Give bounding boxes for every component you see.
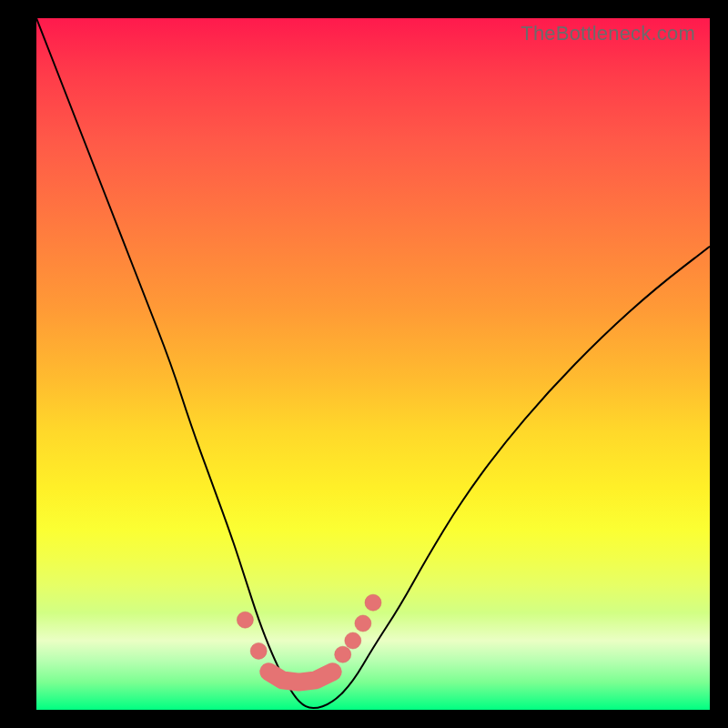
data-marker [345, 632, 361, 649]
trough-highlight [268, 672, 332, 682]
chart-frame: TheBottleneck.com [0, 0, 728, 728]
chart-svg [36, 18, 710, 710]
data-markers [237, 594, 381, 662]
data-marker [335, 646, 351, 662]
data-marker [250, 642, 267, 659]
data-marker [237, 612, 253, 628]
data-marker [365, 594, 381, 611]
data-marker [355, 615, 371, 632]
plot-area: TheBottleneck.com [36, 18, 710, 710]
